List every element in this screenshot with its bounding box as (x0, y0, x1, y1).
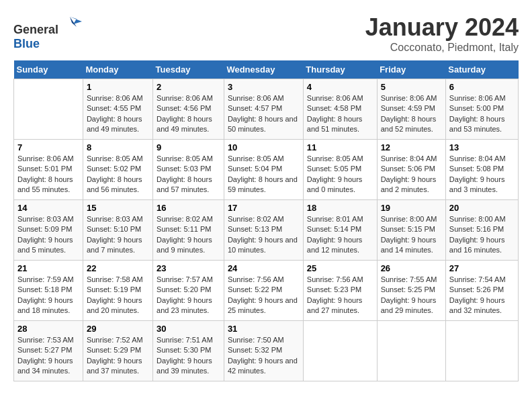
day-cell: 21Sunrise: 7:59 AMSunset: 5:18 PMDayligh… (14, 261, 83, 321)
day-cell: 2Sunrise: 8:06 AMSunset: 4:56 PMDaylight… (153, 79, 224, 140)
day-number: 26 (381, 263, 442, 273)
day-cell: 14Sunrise: 8:03 AMSunset: 5:09 PMDayligh… (14, 200, 83, 261)
day-cell: 31Sunrise: 7:50 AMSunset: 5:32 PMDayligh… (224, 321, 303, 381)
day-number: 19 (381, 203, 442, 213)
day-number: 22 (87, 263, 149, 273)
day-number: 12 (381, 142, 442, 152)
day-cell: 19Sunrise: 8:00 AMSunset: 5:15 PMDayligh… (377, 200, 445, 261)
logo-blue: Blue (13, 37, 40, 50)
day-info: Sunrise: 8:02 AMSunset: 5:11 PMDaylight:… (157, 214, 220, 256)
day-info: Sunrise: 8:00 AMSunset: 5:15 PMDaylight:… (381, 214, 442, 256)
location-title: Cocconato, Piedmont, Italy (365, 42, 519, 54)
day-number: 18 (307, 203, 373, 213)
day-number: 13 (449, 142, 515, 152)
day-info: Sunrise: 8:06 AMSunset: 4:57 PMDaylight:… (228, 93, 300, 135)
week-row-3: 14Sunrise: 8:03 AMSunset: 5:09 PMDayligh… (14, 200, 519, 261)
page-header: General Blue January 2024 Cocconato, Pie… (13, 13, 519, 54)
day-info: Sunrise: 7:52 AMSunset: 5:29 PMDaylight:… (87, 335, 149, 377)
day-cell (303, 321, 377, 381)
day-info: Sunrise: 7:50 AMSunset: 5:32 PMDaylight:… (228, 335, 300, 377)
day-number: 6 (449, 82, 515, 92)
day-number: 8 (87, 142, 149, 152)
day-number: 7 (17, 142, 79, 152)
day-cell: 23Sunrise: 7:57 AMSunset: 5:20 PMDayligh… (153, 261, 224, 321)
day-info: Sunrise: 8:06 AMSunset: 4:56 PMDaylight:… (157, 93, 220, 135)
day-of-week-monday: Monday (83, 60, 152, 79)
day-number: 29 (87, 324, 149, 334)
day-number: 9 (157, 142, 220, 152)
logo: General Blue (13, 13, 83, 51)
day-info: Sunrise: 8:06 AMSunset: 4:59 PMDaylight:… (381, 93, 442, 135)
day-info: Sunrise: 8:02 AMSunset: 5:13 PMDaylight:… (228, 214, 300, 256)
day-cell: 10Sunrise: 8:05 AMSunset: 5:04 PMDayligh… (224, 140, 303, 200)
day-cell: 7Sunrise: 8:06 AMSunset: 5:01 PMDaylight… (14, 140, 83, 200)
day-info: Sunrise: 8:03 AMSunset: 5:10 PMDaylight:… (87, 214, 149, 256)
day-of-week-friday: Friday (377, 60, 445, 79)
day-number: 16 (157, 203, 220, 213)
day-cell: 16Sunrise: 8:02 AMSunset: 5:11 PMDayligh… (153, 200, 224, 261)
day-info: Sunrise: 8:04 AMSunset: 5:06 PMDaylight:… (381, 154, 442, 195)
day-cell: 5Sunrise: 8:06 AMSunset: 4:59 PMDaylight… (377, 79, 445, 140)
day-number: 31 (228, 324, 300, 334)
day-info: Sunrise: 7:57 AMSunset: 5:20 PMDaylight:… (157, 275, 220, 316)
day-of-week-wednesday: Wednesday (224, 60, 303, 79)
day-info: Sunrise: 8:06 AMSunset: 4:58 PMDaylight:… (307, 93, 373, 135)
day-number: 2 (157, 82, 220, 92)
day-number: 10 (228, 142, 300, 152)
day-info: Sunrise: 8:06 AMSunset: 4:55 PMDaylight:… (87, 93, 149, 135)
day-number: 11 (307, 142, 373, 152)
day-cell: 12Sunrise: 8:04 AMSunset: 5:06 PMDayligh… (377, 140, 445, 200)
day-number: 3 (228, 82, 300, 92)
day-cell: 30Sunrise: 7:51 AMSunset: 5:30 PMDayligh… (153, 321, 224, 381)
day-number: 25 (307, 263, 373, 273)
day-cell: 3Sunrise: 8:06 AMSunset: 4:57 PMDaylight… (224, 79, 303, 140)
day-number: 30 (157, 324, 220, 334)
day-number: 21 (17, 263, 79, 273)
logo-general: General (13, 23, 58, 36)
day-number: 27 (449, 263, 515, 273)
day-info: Sunrise: 7:56 AMSunset: 5:23 PMDaylight:… (307, 275, 373, 316)
day-info: Sunrise: 8:05 AMSunset: 5:02 PMDaylight:… (87, 154, 149, 195)
day-cell: 11Sunrise: 8:05 AMSunset: 5:05 PMDayligh… (303, 140, 377, 200)
day-cell: 20Sunrise: 8:00 AMSunset: 5:16 PMDayligh… (445, 200, 518, 261)
day-info: Sunrise: 7:59 AMSunset: 5:18 PMDaylight:… (17, 275, 79, 316)
calendar-table: SundayMondayTuesdayWednesdayThursdayFrid… (13, 60, 519, 381)
day-cell: 15Sunrise: 8:03 AMSunset: 5:10 PMDayligh… (83, 200, 152, 261)
day-cell: 27Sunrise: 7:54 AMSunset: 5:26 PMDayligh… (445, 261, 518, 321)
day-of-week-thursday: Thursday (303, 60, 377, 79)
week-row-5: 28Sunrise: 7:53 AMSunset: 5:27 PMDayligh… (14, 321, 519, 381)
logo-text: General Blue (13, 13, 83, 51)
day-info: Sunrise: 7:51 AMSunset: 5:30 PMDaylight:… (157, 335, 220, 377)
day-cell: 22Sunrise: 7:58 AMSunset: 5:19 PMDayligh… (83, 261, 152, 321)
calendar-header-row: SundayMondayTuesdayWednesdayThursdayFrid… (14, 60, 519, 79)
day-cell (445, 321, 518, 381)
day-number: 17 (228, 203, 300, 213)
day-cell: 28Sunrise: 7:53 AMSunset: 5:27 PMDayligh… (14, 321, 83, 381)
day-info: Sunrise: 7:56 AMSunset: 5:22 PMDaylight:… (228, 275, 300, 316)
day-info: Sunrise: 8:06 AMSunset: 5:00 PMDaylight:… (449, 93, 515, 135)
day-cell: 26Sunrise: 7:55 AMSunset: 5:25 PMDayligh… (377, 261, 445, 321)
day-info: Sunrise: 8:04 AMSunset: 5:08 PMDaylight:… (449, 154, 515, 195)
day-number: 4 (307, 82, 373, 92)
day-number: 28 (17, 324, 79, 334)
day-of-week-sunday: Sunday (14, 60, 83, 79)
day-number: 1 (87, 82, 149, 92)
week-row-4: 21Sunrise: 7:59 AMSunset: 5:18 PMDayligh… (14, 261, 519, 321)
day-cell (377, 321, 445, 381)
day-cell: 1Sunrise: 8:06 AMSunset: 4:55 PMDaylight… (83, 79, 152, 140)
day-info: Sunrise: 7:53 AMSunset: 5:27 PMDaylight:… (17, 335, 79, 377)
week-row-2: 7Sunrise: 8:06 AMSunset: 5:01 PMDaylight… (14, 140, 519, 200)
day-info: Sunrise: 8:03 AMSunset: 5:09 PMDaylight:… (17, 214, 79, 256)
month-title: January 2024 (365, 13, 519, 42)
day-info: Sunrise: 8:06 AMSunset: 5:01 PMDaylight:… (17, 154, 79, 195)
day-number: 14 (17, 203, 79, 213)
week-row-1: 1Sunrise: 8:06 AMSunset: 4:55 PMDaylight… (14, 79, 519, 140)
day-number: 23 (157, 263, 220, 273)
day-cell: 9Sunrise: 8:05 AMSunset: 5:03 PMDaylight… (153, 140, 224, 200)
day-of-week-saturday: Saturday (445, 60, 518, 79)
day-info: Sunrise: 8:05 AMSunset: 5:04 PMDaylight:… (228, 154, 300, 195)
logo-bird-icon (63, 13, 83, 34)
day-cell: 29Sunrise: 7:52 AMSunset: 5:29 PMDayligh… (83, 321, 152, 381)
day-info: Sunrise: 7:58 AMSunset: 5:19 PMDaylight:… (87, 275, 149, 316)
day-info: Sunrise: 8:00 AMSunset: 5:16 PMDaylight:… (449, 214, 515, 256)
